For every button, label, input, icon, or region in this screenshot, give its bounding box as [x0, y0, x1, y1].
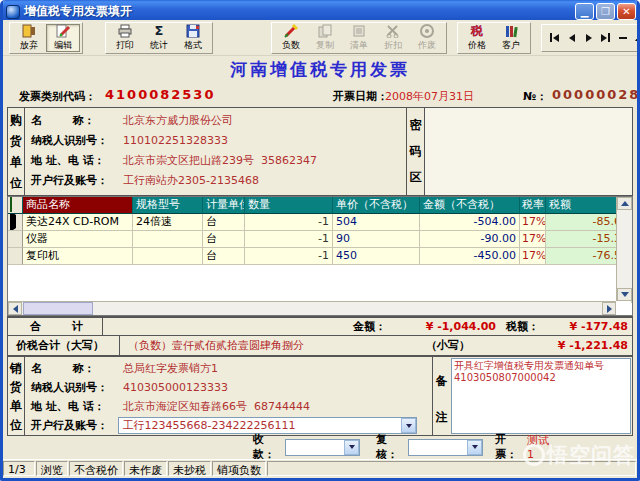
total-amount-label: 金额：: [353, 319, 386, 334]
void-button[interactable]: 作废: [410, 24, 444, 52]
minimize-button[interactable]: ▁: [575, 3, 594, 20]
cell-price[interactable]: 450: [333, 248, 420, 265]
cell-unit[interactable]: 台: [203, 231, 245, 248]
buyer-taxid-value[interactable]: 110102251328333: [123, 134, 228, 147]
statistics-button[interactable]: Σ 统计: [142, 24, 176, 52]
scroll-up-icon[interactable]: [617, 197, 632, 210]
col-header-unit[interactable]: 计量单位: [203, 197, 245, 214]
discount-button[interactable]: 折扣: [376, 24, 410, 52]
customer-button[interactable]: 客户: [494, 24, 528, 52]
format-label: 格式: [184, 39, 202, 52]
scroll-left-icon[interactable]: [8, 302, 22, 315]
edit-button[interactable]: 编辑: [46, 24, 80, 52]
cell-unit[interactable]: 台: [203, 248, 245, 265]
cell-spec[interactable]: [133, 248, 203, 265]
cell-amount[interactable]: -90.00: [420, 231, 520, 248]
remarks-label: 备注: [432, 357, 450, 435]
reviewer-combobox[interactable]: [408, 439, 483, 456]
seller-address-value[interactable]: 北京市海淀区知春路66号 68744444: [123, 399, 310, 414]
buyer-name-value[interactable]: 北京东方威力股份公司: [123, 113, 233, 128]
chevron-down-icon[interactable]: [344, 440, 359, 455]
buyer-address-label: 地 址、电 话：: [31, 153, 123, 168]
status-bar: 1/3 浏览 不含税价 未作废 未抄税 销项负数: [3, 459, 637, 477]
cell-product[interactable]: 仪器: [23, 231, 133, 248]
void-status-panel: 未作废: [124, 461, 167, 476]
seller-taxid-label: 纳税人识别号：: [31, 380, 123, 395]
col-header-product[interactable]: 商品名称: [23, 197, 133, 214]
chevron-down-icon[interactable]: [401, 418, 416, 433]
cell-qty[interactable]: -1: [245, 214, 333, 231]
cell-amount[interactable]: -450.00: [420, 248, 520, 265]
cell-price[interactable]: 90: [333, 231, 420, 248]
seller-name-label: 名 称：: [31, 361, 123, 376]
seller-address-label: 地 址、电 话：: [31, 399, 123, 414]
price-label: 价格: [468, 39, 486, 52]
edit-record-button[interactable]: [631, 28, 640, 48]
seller-taxid-value[interactable]: 410305000123333: [123, 381, 228, 394]
type-code-value: 4100082530: [105, 87, 215, 102]
price-button[interactable]: 税 价格: [460, 24, 494, 52]
seller-bank-value[interactable]: 工行123455668-234222256111: [119, 418, 401, 433]
grid-vertical-scrollbar[interactable]: [616, 197, 632, 301]
total-amount-value: ¥ -1,044.00: [386, 320, 496, 333]
cell-qty[interactable]: -1: [245, 231, 333, 248]
empty-status-panel: [267, 461, 636, 476]
cell-qty[interactable]: -1: [245, 248, 333, 265]
list-button[interactable]: 清单: [342, 24, 376, 52]
reviewer-label: 复核：: [376, 432, 408, 462]
col-header-qty[interactable]: 数量: [245, 197, 333, 214]
scroll-down-icon[interactable]: [617, 288, 632, 301]
grid-horizontal-scrollbar[interactable]: [8, 301, 616, 315]
last-record-button[interactable]: [597, 28, 614, 48]
remarks-line2: 4103050807000042: [454, 372, 628, 384]
copy-button[interactable]: 复制: [308, 24, 342, 52]
seller-name-value[interactable]: 总局红字发票销方1: [123, 361, 218, 376]
next-record-button[interactable]: [580, 28, 597, 48]
table-row[interactable]: 仪器 台 -1 90 -90.00 17% -15.30: [8, 231, 632, 248]
first-record-button[interactable]: [546, 28, 563, 48]
remarks-box[interactable]: 开具红字增值税专用发票通知单号 4103050807000042: [451, 358, 631, 434]
scrollbar-thumb[interactable]: [23, 302, 93, 315]
app-window: 增值税专用发票填开 ▁ ❐ ✕ 放弃 编辑: [0, 0, 640, 481]
discount-label: 折扣: [384, 39, 402, 52]
cell-amount[interactable]: -504.00: [420, 214, 520, 231]
buyer-name-label: 名 称：: [31, 113, 123, 128]
cell-spec[interactable]: [133, 231, 203, 248]
abandon-button[interactable]: 放弃: [12, 24, 46, 52]
table-row[interactable]: 复印机 台 -1 450 -450.00 17% -76.50: [8, 248, 632, 265]
total-tax-value: ¥ -177.48: [539, 320, 632, 333]
table-row[interactable]: 美达24X CD-ROM 24倍速 台 -1 504 -504.00 17% -…: [8, 214, 632, 231]
close-button[interactable]: ✕: [617, 3, 636, 20]
print-button[interactable]: 打印: [108, 24, 142, 52]
negative-button[interactable]: 负数: [274, 24, 308, 52]
invoice-no-label: №：: [523, 89, 547, 104]
format-button[interactable]: 格式: [176, 24, 210, 52]
delete-record-button[interactable]: [614, 28, 631, 48]
cell-rate[interactable]: 17%: [520, 214, 546, 231]
buyer-bank-value[interactable]: 工行南站办2305-2135468: [123, 173, 259, 188]
chevron-down-icon[interactable]: [467, 440, 482, 455]
buyer-side-label: 购货单位: [8, 108, 25, 195]
cell-unit[interactable]: 台: [203, 214, 245, 231]
cell-rate[interactable]: 17%: [520, 231, 546, 248]
col-header-price[interactable]: 单价（不含税）: [333, 197, 420, 214]
negative-label: 负数: [282, 39, 300, 52]
buyer-section: 购货单位 名 称：北京东方威力股份公司 纳税人识别号：1101022513283…: [7, 107, 633, 196]
col-header-amount[interactable]: 金额（不含税）: [420, 197, 520, 214]
maximize-button[interactable]: ❐: [596, 3, 615, 20]
prior-record-button[interactable]: [563, 28, 580, 48]
cell-spec[interactable]: 24倍速: [133, 214, 203, 231]
cell-rate[interactable]: 17%: [520, 248, 546, 265]
col-header-spec[interactable]: 规格型号: [133, 197, 203, 214]
buyer-address-value[interactable]: 北京市崇文区把山路239号 35862347: [123, 153, 317, 168]
cell-product[interactable]: 美达24X CD-ROM: [23, 214, 133, 231]
password-area-label: 密码区: [406, 108, 424, 195]
cell-product[interactable]: 复印机: [23, 248, 133, 265]
window-title: 增值税专用发票填开: [24, 3, 573, 20]
col-header-rate[interactable]: 税率: [520, 197, 546, 214]
row-indicator: [8, 231, 23, 248]
scroll-right-icon[interactable]: [602, 302, 616, 315]
cell-price[interactable]: 504: [333, 214, 420, 231]
payee-combobox[interactable]: [285, 439, 360, 456]
total-in-words-row: 价税合计（大写） （负数）壹仟贰佰贰拾壹圆肆角捌分 （小写） ¥ -1,221.…: [7, 336, 633, 356]
